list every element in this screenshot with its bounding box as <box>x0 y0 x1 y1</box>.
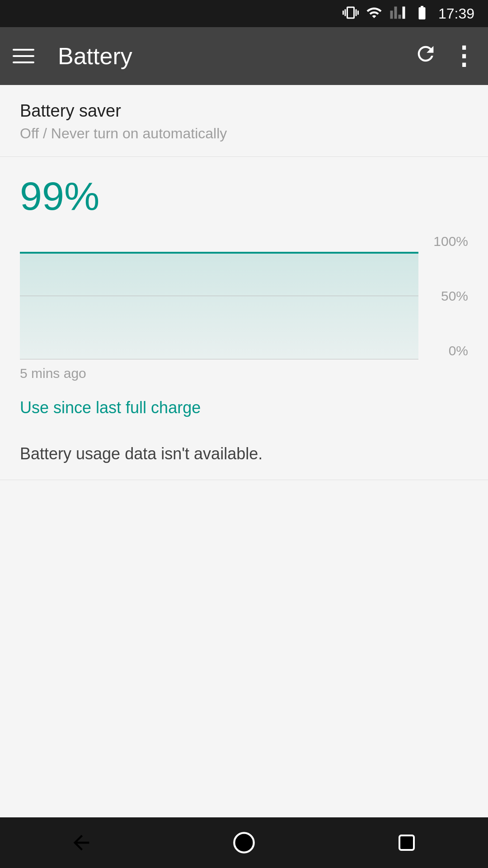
status-icons: 17:39 <box>343 5 474 23</box>
content-area: Battery saver Off / Never turn on automa… <box>0 85 488 817</box>
battery-percentage-section: 99% <box>0 157 488 228</box>
svg-rect-1 <box>399 835 414 850</box>
chart-label-0: 0% <box>427 343 468 359</box>
battery-usage-text: Battery usage data isn't available. <box>20 444 263 463</box>
chart-time-label: 5 mins ago <box>20 359 468 381</box>
battery-chart <box>20 233 418 359</box>
use-since-link[interactable]: Use since last full charge <box>20 398 201 417</box>
nav-bar <box>0 817 488 868</box>
chart-label-100: 100% <box>427 234 468 249</box>
app-bar-actions: ⋮ <box>414 42 475 71</box>
refresh-button[interactable] <box>414 42 437 71</box>
use-since-section: Use since last full charge <box>0 386 488 428</box>
chart-container: 100% 50% 0% <box>20 233 468 359</box>
more-options-button[interactable]: ⋮ <box>451 43 475 69</box>
battery-saver-title: Battery saver <box>20 101 468 121</box>
chart-area <box>20 233 418 359</box>
vibrate-icon <box>343 5 359 23</box>
chart-label-50: 50% <box>427 288 468 304</box>
chart-line-0 <box>20 359 418 359</box>
status-bar: 17:39 <box>0 0 488 27</box>
back-button[interactable] <box>63 825 99 861</box>
chart-line-50 <box>20 296 418 296</box>
app-bar: Battery ⋮ <box>0 27 488 85</box>
status-time: 17:39 <box>438 5 474 22</box>
battery-status-icon <box>413 5 431 23</box>
svg-point-0 <box>234 833 253 852</box>
chart-section: 100% 50% 0% 5 mins ago <box>0 228 488 386</box>
menu-button[interactable] <box>13 42 40 70</box>
empty-area <box>0 480 488 817</box>
battery-saver-section: Battery saver Off / Never turn on automa… <box>0 85 488 157</box>
battery-saver-subtitle: Off / Never turn on automatically <box>20 125 468 142</box>
app-title: Battery <box>58 42 414 70</box>
wifi-icon <box>366 5 382 23</box>
chart-labels: 100% 50% 0% <box>427 233 468 359</box>
signal-icon <box>389 5 406 23</box>
battery-percentage: 99% <box>20 173 468 219</box>
home-button[interactable] <box>226 825 262 861</box>
chart-fill <box>20 252 418 359</box>
battery-usage-section: Battery usage data isn't available. <box>0 428 488 480</box>
recents-button[interactable] <box>389 825 425 861</box>
